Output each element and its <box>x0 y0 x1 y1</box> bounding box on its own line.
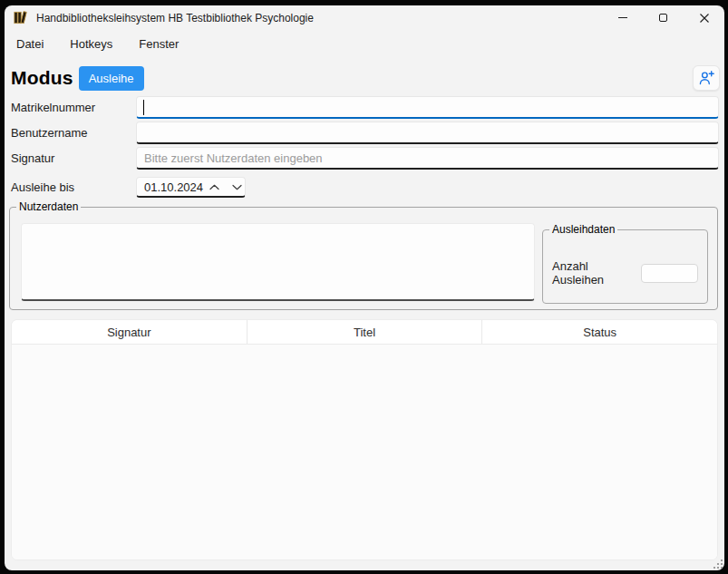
add-user-button[interactable] <box>693 65 720 91</box>
column-header-status[interactable]: Status <box>482 320 717 344</box>
spinner-buttons <box>203 179 248 196</box>
ausleihe-bis-label: Ausleihe bis <box>11 180 136 194</box>
date-value: 01.10.2024 <box>137 180 203 194</box>
column-header-signatur[interactable]: Signatur <box>12 320 248 344</box>
anzahl-ausleihen-input[interactable] <box>641 264 698 283</box>
chevron-down-icon <box>232 184 242 190</box>
text-caret <box>143 100 144 115</box>
window-title: Handbibliotheksleihsystem HB Testbibliot… <box>36 12 314 24</box>
spin-down-button[interactable] <box>226 179 248 196</box>
benutzername-field <box>136 122 719 144</box>
column-header-titel[interactable]: Titel <box>248 320 483 344</box>
signatur-field <box>136 147 719 170</box>
nutzerdaten-legend: Nutzerdaten <box>16 200 81 214</box>
table-body-empty <box>12 345 717 559</box>
loans-table: Signatur Titel Status <box>11 319 718 560</box>
mode-button-ausleihe[interactable]: Ausleihe <box>79 66 144 91</box>
matrikelnummer-input[interactable] <box>137 97 718 117</box>
benutzername-input[interactable] <box>137 122 718 142</box>
screen: { "window": { "title": "Handbibliotheksl… <box>0 0 728 574</box>
page-title: Modus <box>11 67 73 89</box>
app-window: Handbibliotheksleihsystem HB Testbibliot… <box>5 5 724 570</box>
form-row-signatur: Signatur <box>11 147 719 170</box>
menu-item-hotkeys[interactable]: Hotkeys <box>70 37 112 51</box>
maximize-icon <box>659 14 667 22</box>
window-controls <box>602 5 724 30</box>
menu-item-datei[interactable]: Datei <box>16 37 44 51</box>
nutzerdaten-groupbox: Nutzerdaten Ausleihdaten Anzahl Ausleihe… <box>9 207 718 310</box>
titlebar: Handbibliotheksleihsystem HB Testbibliot… <box>5 5 724 30</box>
spin-up-button[interactable] <box>203 179 226 196</box>
menu-item-fenster[interactable]: Fenster <box>139 37 179 51</box>
anzahl-ausleihen-row: Anzahl Ausleihen <box>552 259 698 287</box>
benutzername-label: Benutzername <box>11 126 136 140</box>
signatur-label: Signatur <box>11 151 136 165</box>
person-add-icon <box>697 70 715 86</box>
date-spinner[interactable]: 01.10.2024 <box>136 177 246 198</box>
menubar: Datei Hotkeys Fenster <box>5 30 724 57</box>
close-icon <box>699 13 710 24</box>
minimize-icon <box>618 17 627 18</box>
ausleihdaten-groupbox: Ausleihdaten Anzahl Ausleihen <box>542 229 708 304</box>
book-stack-icon <box>13 10 28 25</box>
ausleihdaten-legend: Ausleihdaten <box>549 223 617 237</box>
nutzerdaten-textarea[interactable] <box>21 223 535 301</box>
table-header: Signatur Titel Status <box>12 320 717 345</box>
app-icon <box>13 10 28 25</box>
chevron-up-icon <box>209 184 219 190</box>
close-button[interactable] <box>684 5 724 30</box>
anzahl-ausleihen-label: Anzahl Ausleihen <box>552 259 641 287</box>
mode-row: Modus Ausleihe <box>11 63 720 92</box>
matrikelnummer-label: Matrikelnummer <box>11 101 136 114</box>
form-row-benutzername: Benutzername <box>11 122 719 144</box>
resize-grip[interactable] <box>713 559 723 569</box>
minimize-button[interactable] <box>602 5 643 30</box>
form-row-ausleihe-bis: Ausleihe bis 01.10.2024 <box>11 177 719 198</box>
signatur-input[interactable] <box>137 148 718 168</box>
maximize-button[interactable] <box>643 5 684 30</box>
form-row-matrikelnummer: Matrikelnummer <box>11 96 719 119</box>
matrikelnummer-field <box>136 96 719 119</box>
